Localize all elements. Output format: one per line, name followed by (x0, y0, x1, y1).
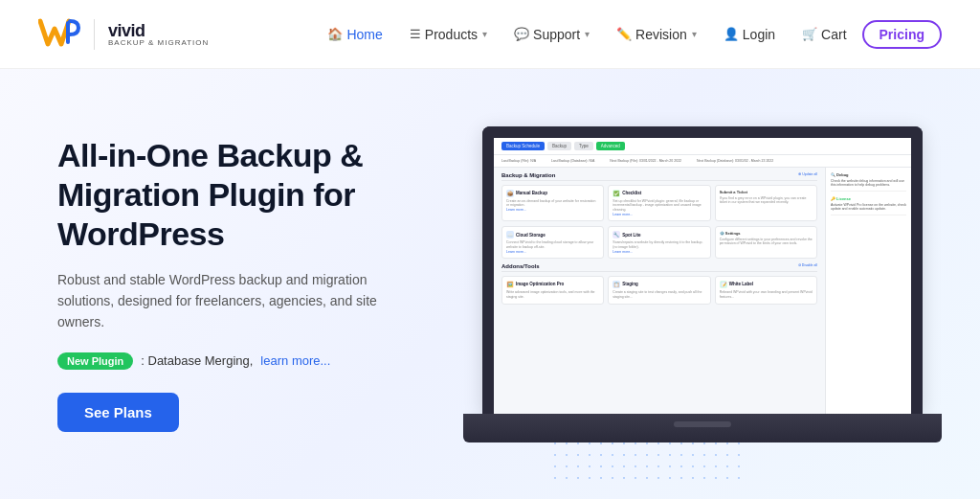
right-panel-license: 🔑 License Activate WPvivid Pro license o… (831, 196, 906, 215)
learn-more-link[interactable]: learn more... (260, 353, 330, 368)
screen-tab-type: Type (574, 142, 593, 150)
nav-item-support[interactable]: 💬 Support ▾ (502, 21, 601, 48)
screen-info-bar: Last Backup (File): N/A Last Backup (Dat… (494, 155, 911, 168)
chevron-down-icon: ▾ (482, 29, 487, 39)
screen-tab-advanced: Advanced (596, 142, 625, 150)
nav-item-cart[interactable]: 🛒 Cart (791, 21, 858, 48)
nav-item-products[interactable]: ☰ Products ▾ (398, 21, 499, 48)
screen-tabs: Backup Schedule Backup Type Advanced (501, 142, 625, 150)
card-text-checklist: Set up checklist for WPvivid plugin: gen… (612, 199, 705, 214)
nav-item-revision[interactable]: ✏️ Revision ▾ (605, 21, 708, 48)
home-icon: 🏠 (327, 27, 343, 41)
card-text-cloud-storage: Connect WPvivid to the leading cloud sto… (506, 240, 599, 250)
hero-title: All-in-One Backup & Migration Plugin for… (57, 136, 459, 253)
laptop-mockup: Backup Schedule Backup Type Advanced Las… (463, 126, 942, 442)
nav-item-login[interactable]: 👤 Login (712, 21, 787, 48)
card-link-cloud: Learn more... (506, 250, 599, 254)
right-panel-debug: 🔍 Debug Check the website debug informat… (831, 172, 906, 192)
logo-brand: vivid (108, 22, 209, 39)
card-title-checklist: ✅ Checklist (612, 190, 705, 197)
disable-all-link: ⊘ Disable all (798, 263, 817, 269)
backup-cards-grid-2: ☁️ Cloud Storage Connect WPvivid to the … (501, 226, 817, 259)
card-text-manual-backup: Create an on-demand backup of your websi… (506, 199, 599, 209)
svg-rect-0 (66, 21, 70, 44)
card-cloud-storage: ☁️ Cloud Storage Connect WPvivid to the … (501, 226, 604, 259)
card-text-spot-lite: Scans/repairs a website by directly rest… (612, 240, 705, 250)
label-icon: 📝 (720, 281, 727, 288)
debug-text: Check the website debug information and … (831, 179, 906, 187)
chevron-down-icon-revision: ▾ (692, 29, 697, 39)
screen-tab-backup-schedule: Backup Schedule (501, 142, 545, 150)
card-text-staging: Create a staging site to test changes ea… (612, 290, 705, 300)
nav-label-cart: Cart (821, 27, 846, 42)
badge-text: : Database Merging, (141, 353, 253, 368)
card-title-image-opt: 🖼️ Image Optimization Pro (506, 281, 599, 288)
info-last-backup-file: Last Backup (File): N/A (501, 159, 536, 163)
screen-content: Backup Schedule Backup Type Advanced Las… (494, 138, 911, 414)
logo-divider (94, 19, 95, 50)
cart-icon: 🛒 (802, 27, 817, 41)
nav-label-pricing: Pricing (880, 27, 924, 42)
debug-title: 🔍 Debug (831, 172, 906, 177)
hero-badge-row: New Plugin : Database Merging, learn mor… (57, 352, 459, 370)
hero-section: All-in-One Backup & Migration Plugin for… (0, 69, 980, 499)
checklist-icon: ✅ (612, 190, 620, 197)
screen-header: Backup Schedule Backup Type Advanced (494, 138, 911, 155)
grid-icon: ☰ (410, 27, 421, 41)
license-title: 🔑 License (831, 196, 906, 201)
nav-label-revision: Revision (635, 27, 687, 42)
update-all-link: ⊕ Update all (798, 172, 817, 178)
logo-tagline: BACKUP & MIGRATION (108, 39, 209, 47)
pencil-icon: ✏️ (616, 27, 632, 41)
nav-label-login: Login (743, 27, 775, 42)
card-white-label: 📝 White Label Rebrand WPvivid with your … (715, 276, 817, 305)
hero-content: All-in-One Backup & Migration Plugin for… (57, 136, 459, 432)
card-title-staging: 📋 Staging (612, 281, 705, 288)
card-text-white-label: Rebrand WPvivid with your own branding a… (720, 290, 813, 300)
card-right-placeholder: Submit a Ticket If you find a grey error… (715, 185, 817, 222)
info-next-backup-db: Next Backup (Database): 03/01/02 - March… (697, 159, 773, 163)
card-title-white-label: 📝 White Label (720, 281, 813, 288)
new-plugin-badge: New Plugin (57, 352, 133, 370)
spot-icon: 🔧 (612, 231, 620, 238)
nav-label-support: Support (533, 27, 580, 42)
card-settings: ⚙️ Settings Configure different settings… (715, 226, 817, 259)
license-text: Activate WPvivid Pro license on the webs… (831, 203, 906, 211)
info-next-backup-file: Next Backup (File): 03/01/2022 - March 2… (610, 159, 681, 163)
see-plans-button[interactable]: See Plans (57, 393, 179, 432)
manual-backup-icon: 📦 (506, 190, 514, 197)
nav-label-home: Home (346, 27, 382, 42)
card-title-spot-lite: 🔧 Spot Lite (612, 231, 705, 238)
laptop-base (463, 414, 942, 442)
image-icon: 🖼️ (506, 281, 514, 288)
card-manual-backup: 📦 Manual Backup Create an on-demand back… (501, 185, 604, 222)
hero-description: Robust and stable WordPress backup and m… (57, 269, 402, 333)
card-title-cloud-storage: ☁️ Cloud Storage (506, 231, 599, 238)
card-checklist: ✅ Checklist Set up checklist for WPvivid… (608, 185, 710, 222)
main-nav: 🏠 Home ☰ Products ▾ 💬 Support ▾ ✏️ Revis… (316, 20, 942, 49)
chat-icon: 💬 (514, 27, 529, 41)
screen-right-panel: 🔍 Debug Check the website debug informat… (825, 168, 911, 414)
card-text-image-opt: Write advanced image optimization tools,… (506, 290, 599, 300)
card-link-checklist: Learn more... (612, 213, 705, 216)
logo-icon (38, 17, 80, 52)
nav-label-products: Products (425, 27, 478, 42)
info-last-backup-db: Last Backup (Database): N/A (551, 159, 594, 163)
section-addons-tools: Addons/Tools ⊘ Disable all (501, 263, 817, 272)
laptop-screen: Backup Schedule Backup Type Advanced Las… (482, 126, 923, 414)
staging-icon: 📋 (612, 281, 620, 288)
user-icon: 👤 (724, 27, 739, 41)
nav-item-home[interactable]: 🏠 Home (316, 21, 393, 48)
card-staging: 📋 Staging Create a staging site to test … (608, 276, 710, 305)
card-link-spot: Learn more... (612, 250, 705, 254)
backup-cards-grid: 📦 Manual Backup Create an on-demand back… (501, 185, 817, 222)
card-title-manual-backup: 📦 Manual Backup (506, 190, 599, 197)
card-image-opt: 🖼️ Image Optimization Pro Write advanced… (501, 276, 604, 305)
hero-visual: Backup Schedule Backup Type Advanced Las… (459, 126, 942, 442)
screen-left-content: Backup & Migration ⊕ Update all 📦 Manual… (494, 168, 825, 414)
card-spot-lite: 🔧 Spot Lite Scans/repairs a website by d… (608, 226, 710, 259)
addons-grid: 🖼️ Image Optimization Pro Write advanced… (501, 276, 817, 305)
header: vivid BACKUP & MIGRATION 🏠 Home ☰ Produc… (0, 0, 980, 69)
nav-item-pricing[interactable]: Pricing (862, 20, 942, 49)
screen-tab-backup: Backup (547, 142, 571, 150)
